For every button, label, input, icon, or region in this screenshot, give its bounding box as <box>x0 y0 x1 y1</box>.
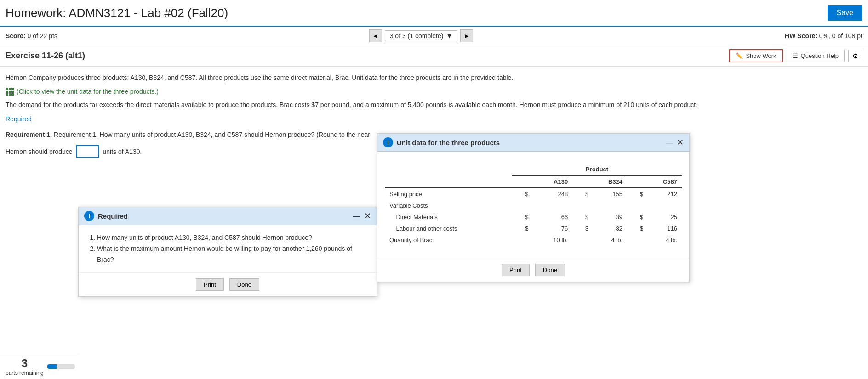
hw-score-display: HW Score: 0%, 0 of 108 pt <box>785 32 862 40</box>
unit-modal-title: Unit data for the three products <box>397 139 500 147</box>
page-header: Homework: ADMN3121 - Lab #02 (Fall20) Sa… <box>0 0 868 27</box>
required-link[interactable]: Required <box>6 115 862 123</box>
intro-text: Hernon Company produces three products: … <box>6 73 862 83</box>
nav-next-button[interactable]: ► <box>460 29 473 42</box>
unit-modal-title-row: i Unit data for the three products <box>383 137 500 147</box>
exercise-title: Exercise 11-26 (alt1) <box>6 51 85 61</box>
svg-rect-7 <box>9 93 11 96</box>
score-bar: Score: 0 of 22 pts ◄ 3 of 3 (1 complete)… <box>0 27 868 45</box>
save-button[interactable]: Save <box>828 5 862 21</box>
svg-rect-4 <box>9 91 11 93</box>
unit-table-container: Product A130 B324 C587 Selling price $ 2… <box>377 152 689 172</box>
product-group-header: Product <box>512 164 682 172</box>
answer-input[interactable] <box>76 145 99 158</box>
show-work-button[interactable]: ✏️ Show Work <box>729 49 782 62</box>
svg-rect-0 <box>6 88 8 90</box>
requirement-label: Requirement 1. <box>6 131 52 138</box>
unit-data-table: Product A130 B324 C587 Selling price $ 2… <box>385 164 682 172</box>
page-title: Homework: ADMN3121 - Lab #02 (Fall20) <box>6 6 228 20</box>
score-display: Score: 0 of 22 pts <box>6 32 57 40</box>
svg-rect-2 <box>11 88 14 90</box>
nav-prev-button[interactable]: ◄ <box>369 29 382 42</box>
svg-rect-3 <box>6 91 8 93</box>
question-help-button[interactable]: ☰ Question Help <box>787 50 845 62</box>
settings-button[interactable]: ⚙ <box>848 50 862 62</box>
empty-header <box>385 164 512 172</box>
score-label: Score: <box>6 32 26 40</box>
exercise-actions: ✏️ Show Work ☰ Question Help ⚙ <box>729 49 862 62</box>
unit-data-modal: i Unit data for the three products — ✕ P… <box>377 133 690 172</box>
score-value: 0 of 22 pts <box>27 32 57 40</box>
svg-rect-6 <box>6 93 8 96</box>
unit-modal-controls: — ✕ <box>666 137 684 147</box>
info-icon-unit: i <box>383 137 393 147</box>
svg-rect-1 <box>9 88 11 90</box>
unit-data-link[interactable]: (Click to view the unit data for the thr… <box>6 87 159 96</box>
exercise-header: Exercise 11-26 (alt1) ✏️ Show Work ☰ Que… <box>0 45 868 67</box>
svg-rect-5 <box>11 91 14 93</box>
answer-prefix: Hernon should produce <box>6 148 73 155</box>
demand-text: The demand for the products far exceeds … <box>6 100 862 110</box>
answer-suffix: units of A130. <box>103 148 142 155</box>
svg-rect-8 <box>11 93 14 96</box>
hw-score-label: HW Score: <box>785 32 817 40</box>
list-icon: ☰ <box>793 52 798 59</box>
pencil-icon: ✏️ <box>736 52 743 59</box>
grid-icon <box>6 87 14 96</box>
unit-modal-close-button[interactable]: ✕ <box>677 137 684 147</box>
hw-score-value: 0%, 0 of 108 pt <box>819 32 862 40</box>
table-header-product: Product <box>385 164 682 172</box>
unit-modal-minimize-button[interactable]: — <box>666 139 673 147</box>
nav-label[interactable]: 3 of 3 (1 complete) ▼ <box>385 30 458 41</box>
unit-modal-header: i Unit data for the three products — ✕ <box>377 134 689 152</box>
question-nav: ◄ 3 of 3 (1 complete) ▼ ► <box>369 29 474 42</box>
